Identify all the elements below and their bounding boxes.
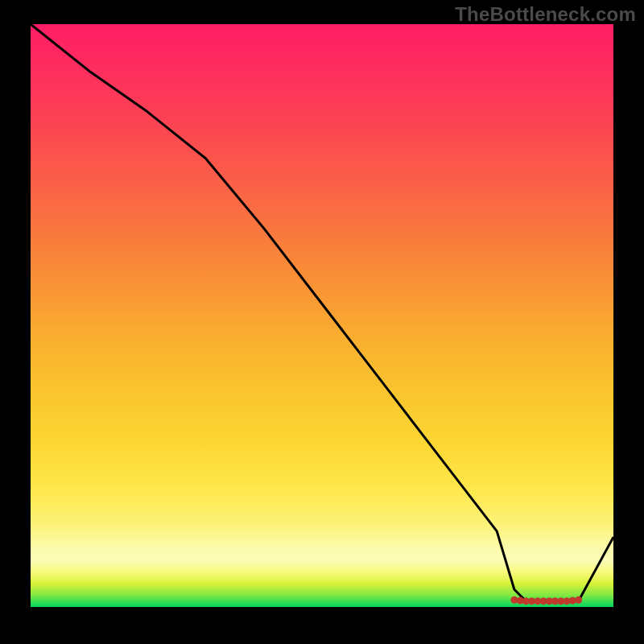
data-markers	[510, 597, 582, 605]
data-marker	[575, 597, 582, 604]
chart-frame: TheBottleneck.com	[0, 0, 644, 644]
watermark-text: TheBottleneck.com	[455, 3, 636, 26]
plot-area	[31, 24, 613, 607]
data-line	[31, 24, 613, 601]
chart-svg	[31, 24, 613, 607]
